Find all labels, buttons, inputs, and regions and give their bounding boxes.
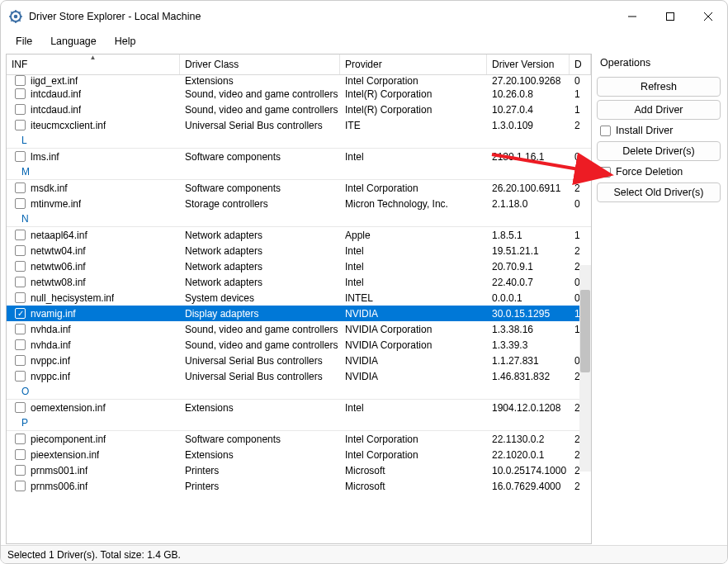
- driver-class: Extensions: [180, 449, 340, 461]
- table-row[interactable]: oemextension.infExtensionsIntel1904.12.0…: [7, 400, 591, 415]
- vertical-scrollbar[interactable]: [579, 265, 591, 472]
- table-row[interactable]: nvppc.infUniversal Serial Bus controller…: [7, 368, 591, 384]
- minimize-button[interactable]: [613, 1, 651, 32]
- inf-name: mtinvme.inf: [31, 198, 81, 210]
- inf-name: nvamig.inf: [31, 308, 76, 320]
- table-row[interactable]: ✓nvamig.infDisplay adaptersNVIDIA30.0.15…: [7, 306, 591, 321]
- row-checkbox[interactable]: [15, 182, 26, 193]
- svg-point-1: [14, 15, 18, 19]
- inf-name: nvppc.inf: [31, 371, 70, 382]
- d-col: 2: [570, 245, 591, 257]
- row-checkbox[interactable]: ✓: [15, 308, 26, 319]
- row-checkbox[interactable]: [15, 88, 26, 99]
- operations-title: Operations: [597, 55, 721, 73]
- grid-body[interactable]: iigd_ext.infExtensionsIntel Corporation2…: [7, 75, 591, 543]
- group-header[interactable]: P: [7, 415, 591, 431]
- group-header[interactable]: O: [7, 384, 591, 400]
- column-class[interactable]: Driver Class: [180, 55, 340, 74]
- driver-version: 22.1020.0.1: [487, 449, 570, 461]
- table-row[interactable]: iigd_ext.infExtensionsIntel Corporation2…: [7, 75, 591, 86]
- row-checkbox[interactable]: [15, 245, 26, 256]
- maximize-button[interactable]: [651, 1, 689, 32]
- row-checkbox[interactable]: [15, 481, 26, 491]
- column-d[interactable]: D: [570, 55, 591, 74]
- operations-panel: Operations Refresh Add Driver Install Dr…: [597, 54, 722, 544]
- inf-name: intcdaud.inf: [31, 88, 81, 100]
- driver-version: 10.0.25174.1000: [487, 465, 570, 476]
- table-row[interactable]: prnms006.infPrintersMicrosoft16.0.7629.4…: [7, 478, 591, 494]
- add-driver-button[interactable]: Add Driver: [597, 100, 721, 120]
- table-row[interactable]: piecomponent.infSoftware componentsIntel…: [7, 431, 591, 447]
- d-col: 0: [570, 198, 591, 210]
- row-checkbox[interactable]: [15, 324, 26, 334]
- row-checkbox[interactable]: [15, 339, 26, 350]
- table-row[interactable]: intcdaud.infSound, video and game contro…: [7, 86, 591, 102]
- row-checkbox[interactable]: [15, 104, 26, 115]
- provider: Intel Corporation: [340, 75, 487, 87]
- table-row[interactable]: netwtw06.infNetwork adaptersIntel20.70.9…: [7, 258, 591, 274]
- driver-class: Display adapters: [180, 308, 340, 320]
- driver-class: Sound, video and game controllers: [180, 88, 340, 100]
- row-checkbox[interactable]: [15, 371, 26, 382]
- row-checkbox[interactable]: [15, 402, 26, 413]
- table-row[interactable]: msdk.infSoftware componentsIntel Corpora…: [7, 180, 591, 196]
- table-row[interactable]: lms.infSoftware componentsIntel2130.1.16…: [7, 149, 591, 164]
- menu-language[interactable]: Language: [42, 34, 105, 49]
- table-row[interactable]: mtinvme.infStorage controllersMicron Tec…: [7, 196, 591, 211]
- row-checkbox[interactable]: [15, 230, 26, 240]
- row-checkbox[interactable]: [15, 292, 26, 303]
- row-checkbox[interactable]: [15, 198, 26, 209]
- table-row[interactable]: intcdaud.infSound, video and game contro…: [7, 102, 591, 117]
- table-row[interactable]: null_hecisystem.infSystem devicesINTEL0.…: [7, 290, 591, 306]
- scrollbar-thumb[interactable]: [580, 290, 590, 372]
- inf-name: nvhda.inf: [31, 339, 71, 351]
- menu-help[interactable]: Help: [106, 34, 144, 49]
- driver-class: Network adapters: [180, 277, 340, 288]
- table-row[interactable]: netwtw04.infNetwork adaptersIntel19.51.2…: [7, 243, 591, 258]
- provider: Intel Corporation: [340, 434, 487, 445]
- install-driver-check[interactable]: Install Driver: [597, 123, 721, 138]
- provider: Intel: [340, 261, 487, 273]
- inf-name: piecomponent.inf: [31, 434, 106, 445]
- column-inf[interactable]: INF▲: [7, 55, 180, 74]
- row-checkbox[interactable]: [15, 261, 26, 272]
- menu-file[interactable]: File: [7, 34, 40, 49]
- table-row[interactable]: nvhda.infSound, video and game controlle…: [7, 337, 591, 353]
- provider: NVIDIA: [340, 355, 487, 367]
- row-checkbox[interactable]: [15, 277, 26, 287]
- table-row[interactable]: netwtw08.infNetwork adaptersIntel22.40.0…: [7, 274, 591, 290]
- table-row[interactable]: iteucmcxclient.infUniversal Serial Bus c…: [7, 117, 591, 133]
- provider: Intel: [340, 402, 487, 414]
- column-provider[interactable]: Provider: [340, 55, 487, 74]
- table-row[interactable]: netaapl64.infNetwork adaptersApple1.8.5.…: [7, 227, 591, 243]
- group-header[interactable]: N: [7, 211, 591, 227]
- column-version[interactable]: Driver Version: [487, 55, 570, 74]
- driver-version: 2130.1.16.1: [487, 151, 570, 163]
- row-checkbox[interactable]: [15, 434, 26, 444]
- table-row[interactable]: nvhda.infSound, video and game controlle…: [7, 321, 591, 337]
- inf-name: null_hecisystem.inf: [31, 292, 114, 304]
- driver-class: Universal Serial Bus controllers: [180, 120, 340, 131]
- driver-version: 0.0.0.1: [487, 292, 570, 304]
- table-row[interactable]: pieextension.infExtensionsIntel Corporat…: [7, 447, 591, 462]
- provider: Intel: [340, 245, 487, 257]
- inf-name: oemextension.inf: [31, 402, 106, 414]
- refresh-button[interactable]: Refresh: [597, 77, 721, 97]
- table-row[interactable]: nvppc.infUniversal Serial Bus controller…: [7, 353, 591, 368]
- row-checkbox[interactable]: [15, 355, 26, 366]
- inf-name: pieextension.inf: [31, 449, 99, 461]
- row-checkbox[interactable]: [15, 75, 26, 86]
- row-checkbox[interactable]: [15, 449, 26, 460]
- table-row[interactable]: prnms001.infPrintersMicrosoft10.0.25174.…: [7, 462, 591, 478]
- row-checkbox[interactable]: [15, 151, 26, 162]
- row-checkbox[interactable]: [15, 120, 26, 130]
- inf-name: msdk.inf: [31, 182, 68, 194]
- row-checkbox[interactable]: [15, 465, 26, 476]
- window-title: Driver Store Explorer - Local Machine: [29, 11, 613, 22]
- group-header[interactable]: M: [7, 164, 591, 180]
- select-old-drivers-button[interactable]: Select Old Driver(s): [597, 182, 721, 202]
- close-button[interactable]: [689, 1, 727, 32]
- group-header[interactable]: L: [7, 133, 591, 149]
- force-deletion-check[interactable]: Force Deletion: [597, 164, 721, 179]
- delete-drivers-button[interactable]: Delete Driver(s): [597, 141, 721, 161]
